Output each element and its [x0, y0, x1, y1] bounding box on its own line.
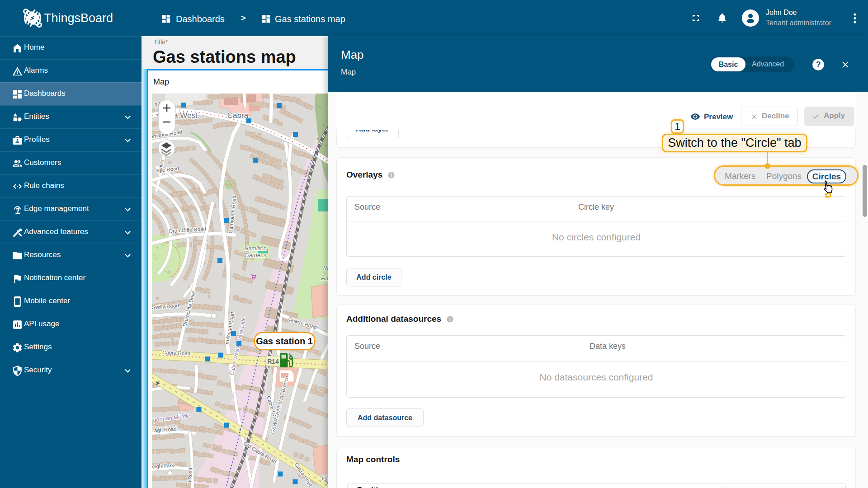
svg-text:Fion: Fion: [321, 276, 328, 281]
svg-text:Gas station 1: Gas station 1: [256, 336, 313, 346]
svg-text:?: ?: [816, 60, 821, 69]
svg-text:h Road: h Road: [187, 468, 193, 484]
svg-text:Hamilton: Hamilton: [244, 245, 266, 252]
svg-text:Cabra: Cabra: [227, 111, 249, 120]
svg-text:Gardens: Gardens: [245, 252, 266, 258]
svg-text:Cabra Road: Cabra Road: [162, 350, 190, 356]
svg-text:R14: R14: [267, 358, 279, 365]
